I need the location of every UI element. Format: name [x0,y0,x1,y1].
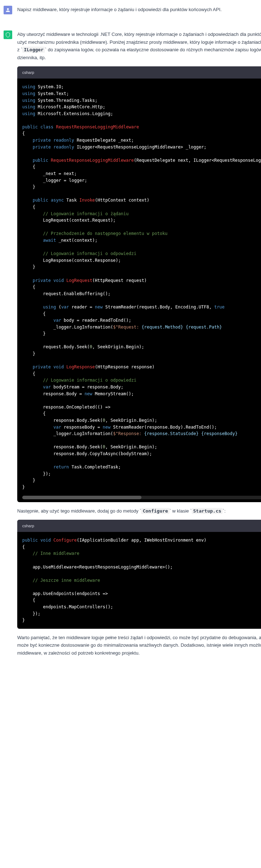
inline-code-ilogger: ILogger [22,47,45,53]
code-block-2: csharp Copy code public void Configure(I… [17,520,261,629]
assistant-content: Aby utworzyć middleware w technologii .N… [17,30,261,661]
user-message-text: Napisz middleware, który rejestruje info… [17,6,257,13]
intro-paragraph: Aby utworzyć middleware w technologii .N… [17,30,261,61]
assistant-message: Aby utworzyć middleware w technologii .N… [0,25,261,668]
code-pre-1: using System.IO; using System.Text; usin… [22,84,261,490]
code-lang-label: csharp [22,69,34,76]
inline-code-configure: Configure [141,508,169,514]
code-header-1: csharp Copy code [17,66,261,79]
code-block-1: csharp Copy code using System.IO; using … [17,66,261,502]
openai-icon [5,32,11,38]
user-text: Napisz middleware, który rejestruje info… [17,6,257,18]
user-avatar [4,6,12,14]
assistant-avatar [4,30,12,39]
code-body-2[interactable]: public void Configure(IApplicationBuilde… [17,532,261,629]
outro-paragraph: Warto pamiętać, że ten middleware loguje… [17,634,261,657]
code-header-2: csharp Copy code [17,520,261,532]
mid-paragraph: Następnie, aby użyć tego middleware, dod… [17,507,261,515]
scrollbar-thumb[interactable] [22,496,141,499]
code-lang-label-2: csharp [22,523,34,529]
horizontal-scrollbar[interactable] [22,496,261,499]
code-body-1[interactable]: using System.IO; using System.Text; usin… [17,79,261,495]
user-message: Napisz middleware, który rejestruje info… [0,0,261,25]
code-pre-2: public void Configure(IApplicationBuilde… [22,537,261,624]
user-icon [5,7,11,13]
inline-code-startup: Startup.cs [192,508,223,514]
